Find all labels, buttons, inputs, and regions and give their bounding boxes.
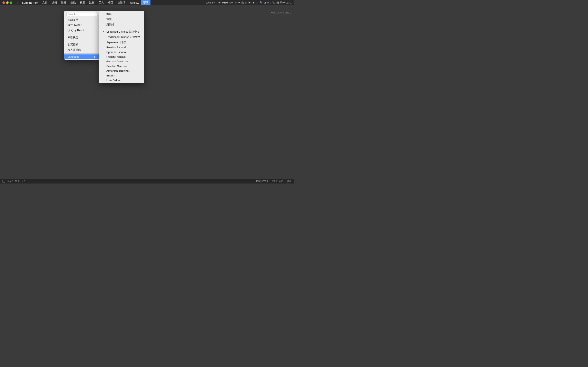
enter-registration-item[interactable]: 输入注册码 bbox=[64, 47, 99, 53]
cursor-position[interactable]: Line 1, Column 1 bbox=[7, 180, 26, 183]
lang-german[interactable]: German Deutsche bbox=[99, 59, 144, 64]
word-count-status: 1055字 中 bbox=[206, 1, 217, 4]
menu-goto[interactable]: 跳转 bbox=[87, 0, 96, 5]
search-container bbox=[64, 11, 99, 17]
indent-icon bbox=[2, 180, 5, 183]
radar-icon: ⚙ bbox=[234, 1, 237, 4]
traffic-lights bbox=[0, 1, 15, 4]
close-button[interactable] bbox=[2, 1, 5, 4]
tab-size-status[interactable]: Tab Size: 4 bbox=[256, 180, 268, 183]
menu-find[interactable]: 查找 bbox=[68, 0, 78, 5]
chevron-right-icon: ▶ bbox=[94, 56, 96, 58]
separator-3 bbox=[64, 53, 99, 54]
time-machine-icon: ⏱ bbox=[256, 1, 258, 4]
menu-project[interactable]: 项目 bbox=[106, 0, 115, 5]
lang-french[interactable]: French Français bbox=[99, 54, 144, 59]
lang-traditional-chinese[interactable]: Traditional Chinese 正體中文 bbox=[99, 34, 144, 40]
memory-status: MEM 79% bbox=[222, 1, 233, 4]
menu-help[interactable]: 帮助 bbox=[141, 0, 150, 5]
menu-file[interactable]: 文件 bbox=[40, 0, 50, 5]
wechat-icon: 微 bbox=[241, 1, 244, 4]
menu-window[interactable]: Window bbox=[127, 0, 141, 5]
menu-view[interactable]: 视图 bbox=[78, 0, 87, 5]
checkmark-icon: ✓ bbox=[102, 31, 105, 33]
submenu-reset-item[interactable]: 重置 bbox=[99, 17, 144, 22]
twitter-item[interactable]: 官方 Twitter bbox=[64, 22, 99, 28]
sublime-icon: ⚡ bbox=[218, 1, 221, 4]
eagle-icon: ✦ bbox=[238, 1, 240, 4]
statusbar-right: Tab Size: 4 Plain Text 校正 bbox=[256, 180, 292, 183]
lang-russian[interactable]: Russian Русский bbox=[99, 45, 144, 50]
lang-spanish[interactable]: Spanish Español bbox=[99, 50, 144, 54]
statusbar: Line 1, Column 1 Tab Size: 4 Plain Text … bbox=[0, 179, 294, 184]
power-icon: ⚡ bbox=[248, 1, 251, 4]
lang-simplified-chinese[interactable]: ✓ Simplified Chinese 简体中文 bbox=[99, 29, 144, 34]
lang-swedish[interactable]: Swedish Svenska bbox=[99, 64, 144, 68]
spell-check-status[interactable]: 校正 bbox=[287, 180, 292, 183]
submenu-newtranslation-item[interactable]: 新翻译 bbox=[99, 22, 144, 27]
index-status-item[interactable]: 索引状态... bbox=[64, 35, 99, 40]
sogou-icon: S bbox=[245, 1, 247, 4]
hanzi-item[interactable]: 汉化 by Rexdf bbox=[64, 28, 99, 33]
language-label: Language bbox=[68, 55, 79, 58]
control-center-icon: ⊡ bbox=[264, 1, 266, 4]
plain-text-status[interactable]: Plain Text bbox=[272, 180, 283, 183]
editor-area[interactable]: UNREGISTERED 在线文档 官方 Twitter 汉化 by Rexdf… bbox=[0, 5, 294, 179]
maximize-button[interactable] bbox=[10, 1, 12, 4]
menubar-right: 1055字 中 ⚡ MEM 79% ⚙ ✦ 微 S ⚡ ▲ ⏱ 🔍 ⊡ ◈ 3月… bbox=[206, 1, 294, 4]
unregistered-badge: UNREGISTERED bbox=[269, 11, 294, 15]
minimize-button[interactable] bbox=[6, 1, 9, 4]
submenu-edit-item[interactable]: 编辑 bbox=[99, 11, 144, 17]
spotlight-icon: 🔍 bbox=[259, 1, 263, 4]
lang-japanese[interactable]: Japanese 日本語 bbox=[99, 40, 144, 45]
buy-license-item[interactable]: 购买授权 bbox=[64, 42, 99, 47]
wifi-icon: ▲ bbox=[252, 1, 255, 4]
siri-icon: ◈ bbox=[267, 1, 269, 4]
language-submenu: 编辑 重置 新翻译 ✓ Simplified Chinese 简体中文 Trad… bbox=[99, 11, 144, 83]
separator-1 bbox=[64, 34, 99, 34]
lang-armenian[interactable]: Armenian Հայերեն bbox=[99, 68, 144, 73]
menu-tools[interactable]: 工具 bbox=[96, 0, 106, 5]
menu-prefs[interactable]: 首选项 bbox=[115, 0, 127, 5]
menu-left:  Sublime Text 文件 编辑 选择 查找 视图 跳转 工具 项目 首… bbox=[15, 0, 150, 5]
separator-2 bbox=[64, 41, 99, 41]
menubar:  Sublime Text 文件 编辑 选择 查找 视图 跳转 工具 项目 首… bbox=[0, 0, 294, 5]
help-dropdown: 在线文档 官方 Twitter 汉化 by Rexdf 索引状态... 购买授权… bbox=[64, 11, 99, 60]
lang-english[interactable]: English bbox=[99, 73, 144, 78]
language-item[interactable]: Language ▶ bbox=[64, 54, 99, 59]
online-docs-item[interactable]: 在线文档 bbox=[64, 17, 99, 22]
search-input[interactable] bbox=[66, 12, 97, 16]
menu-app-name[interactable]: Sublime Text bbox=[20, 0, 40, 5]
menu-edit[interactable]: 编辑 bbox=[50, 0, 59, 5]
datetime-status: 3月13日 周一 16:41 bbox=[270, 1, 292, 4]
lang-user-define[interactable]: User Define bbox=[99, 78, 144, 83]
apple-menu[interactable]:  bbox=[15, 0, 20, 5]
submenu-separator-1 bbox=[99, 28, 144, 28]
menu-select[interactable]: 选择 bbox=[59, 0, 68, 5]
